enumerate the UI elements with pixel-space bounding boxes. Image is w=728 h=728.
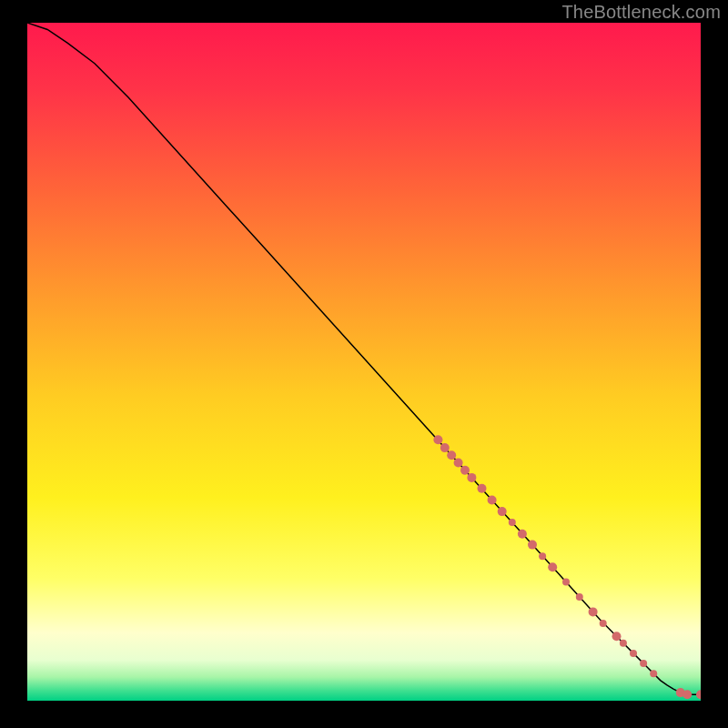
data-marker (612, 632, 622, 641)
data-marker (518, 530, 527, 539)
data-marker (548, 562, 557, 571)
data-marker (467, 473, 476, 482)
data-marker (562, 579, 570, 586)
data-marker (650, 670, 657, 677)
data-marker (600, 620, 607, 627)
data-marker (630, 650, 637, 657)
data-marker (454, 459, 463, 468)
data-marker (576, 593, 583, 601)
chart-frame: TheBottleneck.com (0, 0, 728, 728)
data-marker (488, 496, 497, 505)
data-marker (433, 435, 442, 444)
data-marker (640, 660, 647, 667)
data-marker (478, 484, 487, 493)
data-marker (620, 640, 627, 647)
data-marker (460, 466, 470, 475)
data-marker (440, 443, 450, 452)
data-marker (447, 450, 456, 460)
gradient-background (27, 23, 701, 701)
data-marker (498, 507, 507, 516)
data-marker (682, 690, 692, 699)
data-marker (539, 552, 546, 560)
data-marker (509, 519, 516, 526)
chart-svg (27, 23, 701, 701)
data-marker (589, 607, 598, 616)
plot-area (27, 23, 701, 701)
watermark-text: TheBottleneck.com (561, 2, 721, 23)
data-marker (528, 541, 537, 550)
